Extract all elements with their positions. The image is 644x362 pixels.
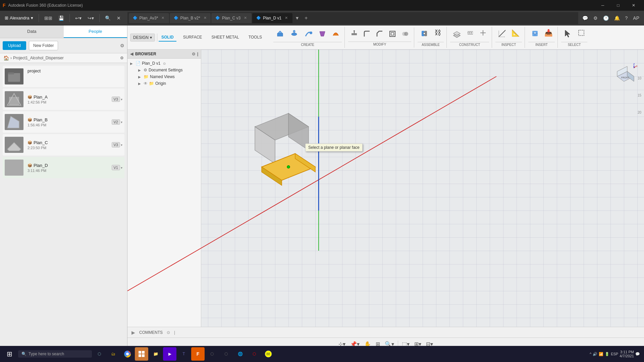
taskbar-app3[interactable]: ⬡ [219,347,233,361]
taskbar-file-explorer[interactable]: 🗂 [107,347,120,361]
taskbar-chrome[interactable] [121,347,134,361]
taskbar-app4[interactable]: 🌐 [233,347,247,361]
chamfer-button[interactable] [374,28,386,41]
insert-mesh-button[interactable] [528,27,542,41]
version-arrow[interactable]: ▾ [121,143,122,147]
upload-button[interactable]: Upload [3,41,26,50]
list-item[interactable]: 📦 Plan_A 1:42:56 PM V3 ▾ [3,88,124,110]
panel-settings-button[interactable]: ⚙ [120,43,124,48]
fillet-button[interactable] [361,28,373,41]
eye-icon[interactable]: 👁 [144,81,148,86]
undo-button[interactable]: ↩▾ [73,14,84,22]
loft-button[interactable] [316,27,329,41]
rigid-group-button[interactable]: ⛓ [432,27,444,41]
help-button[interactable]: ? [623,14,630,22]
press-pull-button[interactable] [348,28,360,41]
version-arrow[interactable]: ▾ [121,166,122,170]
data-tab[interactable]: Data [0,25,64,38]
tab-plan-dv1[interactable]: 🔷 Plan_D v1 ✕ [252,13,292,23]
new-tab-button[interactable]: + [302,15,310,21]
analysis-button[interactable]: 📐 [509,27,522,41]
sweep-button[interactable] [302,27,315,41]
taskbar-task-view[interactable]: ⬡ [93,347,106,361]
expand-icon[interactable]: ▶ [138,75,142,79]
tab-close-icon[interactable]: ✕ [204,16,207,20]
user-menu[interactable]: ⊞ Alexandra ▾ [3,14,35,22]
taskbar-teams[interactable]: T [177,347,191,361]
bell-button[interactable]: 🔔 [612,14,622,22]
tree-document-settings[interactable]: ▶ ⚙ Document Settings [127,67,201,73]
version-arrow[interactable]: ▾ [121,120,122,124]
people-tab[interactable]: People [64,25,127,38]
expand-icon[interactable]: ▶ [138,68,142,72]
tab-plan-bv2[interactable]: 🔷 Plan_B v2* ✕ [170,13,211,23]
browser-options-icon[interactable]: ⊙ [192,52,195,56]
volume-icon[interactable]: 🔊 [593,352,597,356]
breadcrumb-settings[interactable]: ⚙ [120,56,124,60]
list-item[interactable]: 📦 Plan_D 3:11:46 PM V1 ▾ [3,157,124,178]
select-filter-button[interactable] [575,27,587,41]
tab-close-icon[interactable]: ✕ [244,16,247,20]
breadcrumb-project[interactable]: Project1_Alcohol_Dispenser [13,56,64,60]
ribbon-tab-solid[interactable]: SOLID [159,34,176,42]
chat-button[interactable]: 💬 [580,14,590,22]
expand-icon[interactable]: ▶ [138,82,142,85]
decal-button[interactable]: 📥 [542,27,555,41]
redo-button[interactable]: ↪▾ [86,14,96,22]
notification-button[interactable]: 💬 [635,352,640,356]
tree-named-views[interactable]: ▶ 📁 Named Views [127,73,201,80]
network-icon[interactable]: 📶 [599,352,603,356]
clock-button[interactable]: 🕐 [601,14,611,22]
tree-root-item[interactable]: ▶ 📄 Plan_D v1 ⊙ [127,60,201,67]
create-form-button[interactable] [330,27,342,41]
keyboard-layout[interactable]: ESP [611,352,618,356]
select-button[interactable] [561,27,575,41]
list-item[interactable]: 📦 Plan_B 1:56:46 PM V2 ▾ [3,111,124,133]
taskbar-app5[interactable]: ⬡ [248,347,261,361]
viewport-canvas[interactable]: ◀ BROWSER ⊙ | ▶ 📄 Plan_D v1 ⊙ [127,50,644,327]
search-button[interactable]: 🔍 [103,14,113,22]
expand-icon[interactable]: ▶ [130,62,134,65]
shell-button[interactable] [386,28,398,41]
taskbar-fusion[interactable]: F [191,347,205,361]
system-tray-expand[interactable]: ^ [590,352,591,356]
browser-collapse-button[interactable]: ◀ [130,52,133,56]
close-panel-button[interactable]: ✕ [115,14,123,22]
home-icon[interactable]: 🏠 [3,55,9,61]
taskbar-media[interactable]: ▶ [163,347,176,361]
clock[interactable]: 3:11 PM 4/7/2021 [620,350,634,358]
minimize-button[interactable]: ─ [595,0,610,11]
profile-button[interactable]: AP [631,14,641,22]
settings-cog-button[interactable]: ⚙ [591,14,600,22]
new-folder-button[interactable]: New Folder [29,41,58,50]
tab-close-icon[interactable]: ✕ [161,16,164,20]
ribbon-tab-tools[interactable]: TOOLS [246,34,265,42]
joint-button[interactable] [418,27,431,41]
list-item[interactable]: 📦 Plan_C 2:23:50 PM V3 ▾ [3,134,124,156]
list-item[interactable]: project [3,66,124,87]
taskbar-app1[interactable] [135,347,148,361]
restore-button[interactable]: □ [610,0,626,11]
design-mode-button[interactable]: DESIGN ▾ [130,34,155,42]
tree-origin[interactable]: ▶ 👁 📁 Origin [127,80,201,87]
close-button[interactable]: ✕ [626,0,641,11]
offset-plane-button[interactable] [450,27,464,41]
tab-plan-cv3[interactable]: 🔷 Plan_C v3 ✕ [211,13,252,23]
battery-icon[interactable]: 🔋 [605,352,609,356]
save-button[interactable]: 💾 [56,14,66,22]
tab-close-icon[interactable]: ✕ [285,16,288,20]
axis-cube[interactable]: FRONT X Z [610,63,637,90]
revolve-button[interactable] [287,27,301,41]
comments-record-icon[interactable]: ⊙ [167,330,170,335]
ribbon-tab-sheet-metal[interactable]: SHEET METAL [209,34,241,42]
version-arrow[interactable]: ▾ [121,98,122,101]
axis-button[interactable] [477,27,489,41]
record-icon[interactable]: ⊙ [163,62,166,65]
grid-view-button[interactable]: ⊞⊞ [42,14,54,22]
ribbon-tab-surface[interactable]: SURFACE [180,34,205,42]
taskbar-folder[interactable]: 📁 [149,347,162,361]
midplane-button[interactable] [464,27,476,41]
measure-button[interactable] [495,27,509,41]
extrude-button[interactable] [273,27,287,41]
tab-list-button[interactable]: ▾ [293,15,301,21]
